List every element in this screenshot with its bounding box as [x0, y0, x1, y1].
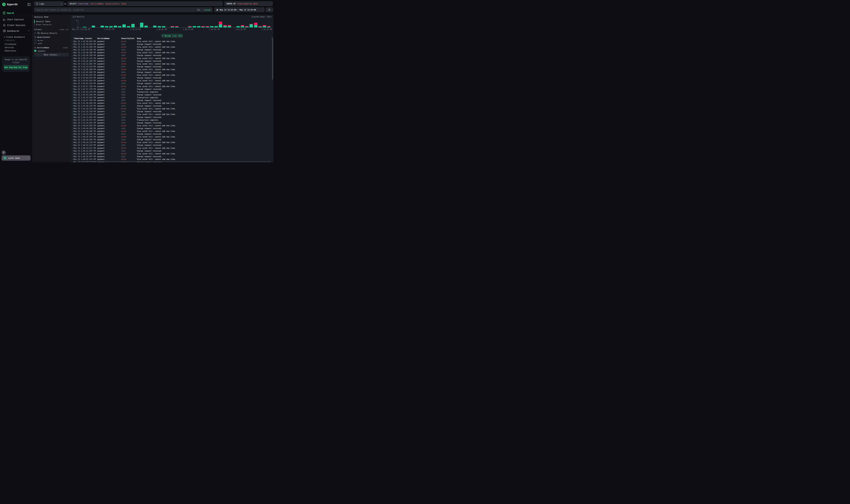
log-row[interactable]: May 15 1:40:07.413 PMpaymenterrorVisa ca…	[71, 158, 273, 161]
row-expand-chevron-icon[interactable]	[72, 122, 73, 123]
row-expand-chevron-icon[interactable]	[72, 128, 73, 129]
row-expand-chevron-icon[interactable]	[72, 133, 73, 134]
bar-info[interactable]	[263, 26, 266, 28]
bar-info[interactable]	[171, 27, 174, 28]
row-expand-chevron-icon[interactable]	[72, 137, 73, 138]
filter-group-servicename[interactable]: ServiceName	[37, 47, 49, 49]
row-expand-chevron-icon[interactable]	[72, 108, 73, 109]
bar-info[interactable]	[258, 27, 262, 28]
user-menu[interactable]: U Local mode	[2, 156, 31, 161]
bar-error[interactable]	[219, 22, 222, 24]
row-expand-chevron-icon[interactable]	[72, 55, 73, 56]
bar-info[interactable]	[210, 26, 214, 28]
bar-info[interactable]	[162, 26, 165, 28]
bar-info[interactable]	[83, 27, 86, 28]
row-expand-chevron-icon[interactable]	[72, 120, 73, 121]
bar-info[interactable]	[109, 26, 113, 28]
preset-clickhouse[interactable]: Clickhouse	[5, 43, 16, 46]
bar-info[interactable]	[267, 27, 271, 28]
bar-info[interactable]	[140, 23, 143, 28]
row-expand-chevron-icon[interactable]	[72, 47, 73, 48]
sidebar-item-chart-explorer[interactable]: Chart Explorer	[0, 17, 32, 22]
results-histogram[interactable]	[78, 20, 271, 28]
bar-info[interactable]	[228, 26, 231, 28]
bar-info[interactable]	[105, 26, 108, 28]
row-expand-chevron-icon[interactable]	[72, 97, 73, 98]
horizontal-scrollbar[interactable]	[78, 161, 271, 162]
log-row[interactable]: May 15 1:42:36.184 PMpaymentinfoCharge r…	[71, 54, 273, 57]
log-row[interactable]: May 15 1:40:38.462 PMpaymentinfoCharge r…	[71, 133, 273, 136]
bar-info[interactable]	[144, 25, 148, 28]
row-expand-chevron-icon[interactable]	[72, 156, 73, 157]
log-row[interactable]: May 15 1:40:44.546 PMpaymentinfoCharge r…	[71, 127, 273, 130]
bar-info[interactable]	[201, 27, 205, 28]
bar-error[interactable]	[206, 26, 209, 27]
bar-info[interactable]	[92, 25, 95, 28]
row-expand-chevron-icon[interactable]	[72, 58, 73, 59]
sql-select-editor[interactable]: SELECT Timestamp, ServiceName, SeverityT…	[68, 2, 222, 6]
bar-info[interactable]	[223, 26, 227, 28]
log-row[interactable]: May 15 1:41:30.275 PMpaymentinfoCharge r…	[71, 105, 273, 107]
filter-checkbox-payment[interactable]	[34, 50, 36, 52]
log-row[interactable]: May 15 1:41:53.260 PMpaymentinfoCharge r…	[71, 93, 273, 96]
row-expand-chevron-icon[interactable]	[72, 131, 73, 132]
bar-error[interactable]	[241, 25, 244, 26]
log-row[interactable]: May 15 1:42:50.834 PMpaymentinfoCharge r…	[71, 43, 273, 46]
filter-option-info[interactable]: info	[38, 42, 42, 44]
clear-all-button[interactable]: Clear all	[59, 29, 69, 31]
log-row[interactable]: May 15 1:40:14.505 PMpaymentinfoCharge r…	[71, 150, 273, 152]
bar-info[interactable]	[193, 26, 196, 28]
bar-info[interactable]	[175, 27, 178, 28]
sidebar-collapse-icon[interactable]	[28, 3, 31, 6]
resume-live-tail-button[interactable]: Resume Live Tail	[162, 34, 183, 37]
log-row[interactable]: May 15 1:41:25.373 PMpaymenterrorVisa ca…	[71, 107, 273, 110]
bar-info[interactable]	[250, 24, 253, 28]
log-row[interactable]: May 15 1:42:13.055 PMpaymenterrorVisa ca…	[71, 62, 273, 66]
log-row[interactable]: May 15 1:41:25.370 PMpaymentinfoCharge r…	[71, 110, 273, 113]
bar-info[interactable]	[188, 27, 192, 28]
row-expand-chevron-icon[interactable]	[72, 63, 73, 64]
bar-info[interactable]	[197, 26, 200, 28]
bar-error[interactable]	[175, 26, 178, 27]
log-row[interactable]: May 15 1:41:53.274 PMpaymentinfoTransact…	[71, 91, 273, 93]
bar-info[interactable]	[206, 27, 209, 28]
column-resize-handle[interactable]: ⋮	[95, 37, 97, 39]
help-button[interactable]: ?	[2, 150, 6, 155]
row-expand-chevron-icon[interactable]	[72, 49, 73, 50]
log-row[interactable]: May 15 1:41:57.178 PMpaymentinfoCharge r…	[71, 88, 273, 91]
row-expand-chevron-icon[interactable]	[72, 72, 73, 73]
log-row[interactable]: May 15 1:40:24.214 PMpaymentinfoCharge r…	[71, 144, 273, 147]
language-toggle-sql[interactable]: SQL	[197, 9, 200, 11]
log-row[interactable]: May 15 1:40:38.466 PMpaymenterrorVisa ca…	[71, 130, 273, 133]
row-expand-chevron-icon[interactable]	[72, 69, 73, 70]
log-row[interactable]: May 15 1:40:14.511 PMpaymenterrorVisa ca…	[71, 147, 273, 150]
column-resize-handle[interactable]: ⋮	[119, 37, 121, 39]
mode-results-table[interactable]: Results Table	[36, 20, 50, 23]
sidebar-item-client-sessions[interactable]: Client Sessions	[0, 22, 32, 28]
filter-option-payment[interactable]: payment	[38, 50, 46, 52]
row-expand-chevron-icon[interactable]	[72, 52, 73, 53]
get-started-button[interactable]: Get Started for Free	[4, 65, 28, 70]
bar-info[interactable]	[236, 26, 240, 28]
bar-error[interactable]	[171, 26, 174, 27]
row-expand-chevron-icon[interactable]	[72, 114, 73, 115]
row-expand-chevron-icon[interactable]	[72, 86, 73, 87]
bar-info[interactable]	[123, 24, 126, 28]
log-row[interactable]: May 15 1:42:04.392 PMpaymenterrorVisa ca…	[71, 74, 273, 76]
clear-servicename-button[interactable]: Clear	[63, 47, 68, 49]
log-row[interactable]: May 15 1:41:14.361 PMpaymentinfoCharge r…	[71, 122, 273, 124]
log-row[interactable]: May 15 1:41:14.373 PMpaymentinfoTransact…	[71, 119, 273, 122]
log-row[interactable]: May 15 1:42:04.376 PMpaymentinfoCharge r…	[71, 76, 273, 79]
column-header-servicename[interactable]: ServiceName	[97, 37, 110, 39]
preset-services[interactable]: Services	[5, 46, 14, 49]
log-row[interactable]: May 15 1:40:24.219 PMpaymenterrorVisa ca…	[71, 141, 273, 144]
run-query-button[interactable]	[266, 7, 273, 12]
log-row[interactable]: May 15 1:40:44.563 PMpaymenterrorVisa ca…	[71, 124, 273, 127]
order-by-editor[interactable]: ORDER BY TimestampTime DESC	[224, 2, 273, 6]
row-expand-chevron-icon[interactable]	[72, 100, 73, 101]
row-expand-chevron-icon[interactable]	[72, 44, 73, 45]
bar-error[interactable]	[267, 26, 271, 27]
log-row[interactable]: May 15 1:41:47.766 PMpaymentinfoCharge r…	[71, 99, 273, 102]
log-row[interactable]: May 15 1:42:05.450 PMpaymentinfoCharge r…	[71, 71, 273, 74]
create-dashboard-button[interactable]: + Create Dashboard	[4, 36, 24, 39]
